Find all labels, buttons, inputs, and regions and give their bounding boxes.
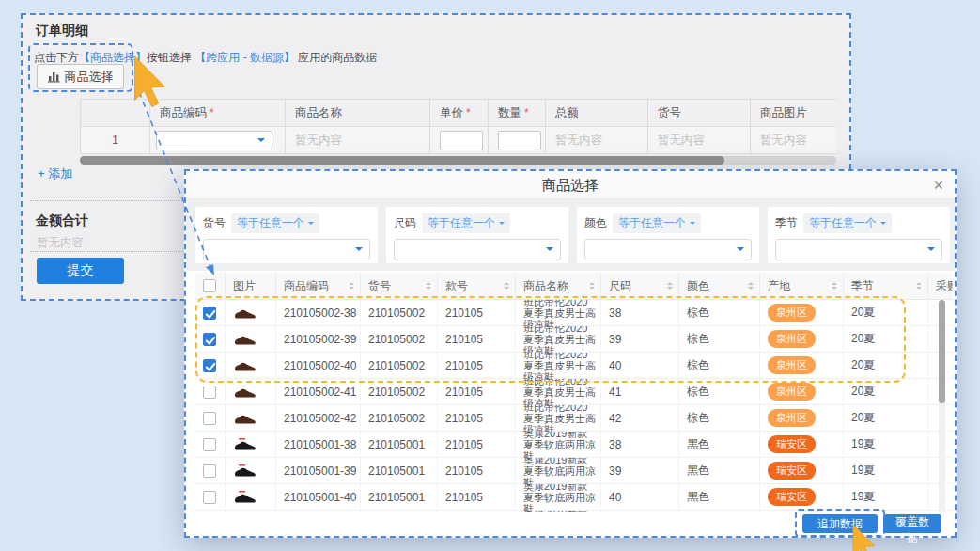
append-data-button[interactable]: 追加数据 — [802, 514, 878, 533]
filter-operator-dropdown[interactable]: 等于任意一个 — [803, 213, 892, 233]
vertical-scrollbar[interactable] — [939, 300, 945, 403]
submit-button[interactable]: 提交 — [37, 258, 124, 284]
sort-icon[interactable] — [504, 282, 509, 290]
filter-operator-dropdown[interactable]: 等于任意一个 — [231, 213, 319, 233]
order-items-table: 商品编码*商品名称单价*数量*总额货号商品图片 1暂无内容暂无内容暂无内容暂无内… — [80, 99, 836, 154]
product-col-header: 采购价 — [928, 273, 953, 300]
sort-icon[interactable] — [832, 282, 837, 290]
cell-text: 210105 — [445, 464, 483, 478]
product-item-no: 210105002 — [361, 379, 438, 405]
cell-text: 20夏 — [851, 331, 875, 347]
shoe-image — [233, 491, 257, 504]
hint-link-product-select: 【商品选择】 — [79, 51, 147, 64]
product-col-header: 尺码 — [601, 273, 679, 300]
row-checkbox[interactable] — [203, 359, 216, 372]
row-checkbox[interactable] — [203, 412, 216, 425]
sort-icon[interactable] — [667, 282, 673, 290]
product-col-header: 商品编码 — [276, 273, 361, 300]
cell-text: 39 — [609, 333, 621, 346]
filter-label: 季节 — [775, 215, 798, 231]
shoe-image — [233, 307, 257, 320]
row-checkbox[interactable] — [203, 386, 216, 399]
cell-text: 210105002 — [368, 412, 425, 425]
col-label: 颜色 — [687, 278, 709, 294]
row-checkbox[interactable] — [203, 491, 216, 504]
form-cell — [429, 127, 489, 154]
cell-text: 41 — [609, 386, 621, 399]
product-season: 20夏 — [844, 405, 928, 432]
sort-icon[interactable] — [589, 282, 595, 290]
product-row[interactable]: 210105001-38210105001210105奥康2019新款夏季软底两… — [195, 432, 953, 458]
filter-value-select[interactable] — [775, 239, 942, 260]
form-col-header: 商品图片 — [750, 99, 836, 127]
col-label: 尺码 — [609, 278, 631, 294]
filter-value-select[interactable] — [584, 239, 752, 260]
sort-icon[interactable] — [349, 282, 354, 290]
cell-text: 20夏 — [851, 357, 875, 373]
cell-text: 40 — [609, 359, 621, 372]
product-size: 38 — [601, 432, 679, 458]
sort-icon[interactable] — [748, 282, 754, 290]
product-col-header: 商品名称 — [516, 273, 601, 300]
origin-badge: 泉州区 — [768, 383, 816, 401]
product-style-no: 210105 — [438, 484, 516, 511]
product-code-select[interactable] — [156, 131, 272, 150]
cell-text: 210105 — [445, 359, 483, 372]
col-label: 单价 — [440, 105, 463, 121]
filter-value-select[interactable] — [203, 239, 370, 260]
unit-price-input[interactable] — [440, 131, 483, 150]
product-select-button[interactable]: 商品选择 — [37, 64, 124, 89]
empty-placeholder: 暂无内容 — [295, 133, 342, 149]
cell-text: 210105002-42 — [284, 412, 356, 425]
horizontal-scrollbar-thumb[interactable] — [80, 156, 724, 165]
filter-operator-label: 等于任意一个 — [809, 215, 877, 231]
filter-value-select[interactable] — [394, 239, 561, 260]
product-row[interactable]: 210105001-39210105001210105奥康2019新款夏季软底两… — [195, 458, 953, 484]
product-row[interactable]: 210105002-38210105002210105班比帝伦2020夏季真皮男… — [195, 300, 953, 326]
row-checkbox-cell — [195, 405, 226, 432]
cell-text: 38 — [609, 438, 621, 451]
select-all-checkbox[interactable] — [203, 279, 216, 292]
overwrite-data-button[interactable]: 覆盖数据 — [883, 514, 941, 533]
horizontal-scrollbar[interactable] — [80, 156, 836, 165]
page-canvas: 订单明细 点击下方【商品选择】按钮选择 【跨应用 - 数据源】 应用的商品数据 … — [0, 0, 980, 551]
row-checkbox[interactable] — [203, 307, 216, 320]
row-checkbox-cell — [195, 326, 226, 353]
product-row[interactable]: 210105002-42210105002210105班比帝伦2020夏季真皮男… — [195, 405, 953, 432]
row-checkbox[interactable] — [203, 438, 216, 451]
col-label: 总额 — [555, 105, 579, 121]
product-size: 42 — [601, 405, 679, 432]
product-row[interactable]: 210105002-41210105002210105班比帝伦2020夏季真皮男… — [195, 379, 953, 405]
product-row[interactable]: 210105002-39210105002210105班比帝伦2020夏季真皮男… — [195, 326, 953, 353]
origin-badge: 泉州区 — [768, 304, 816, 322]
form-cell — [149, 127, 286, 154]
product-origin: 泉州区 — [760, 405, 844, 432]
filter-operator-label: 等于任意一个 — [237, 215, 304, 231]
quantity-input[interactable] — [498, 131, 541, 150]
cell-text: 210105001 — [368, 464, 425, 478]
filter-operator-dropdown[interactable]: 等于任意一个 — [422, 213, 510, 233]
filter-bar: 货号等于任意一个尺码等于任意一个颜色等于任意一个季节等于任意一个 — [186, 199, 955, 271]
product-code: 210105002-40 — [276, 353, 361, 379]
close-icon[interactable]: × — [933, 174, 943, 197]
product-row[interactable]: 210105002-40210105002210105班比帝伦2020夏季真皮男… — [195, 353, 953, 379]
product-name: 班比帝伦2020夏季真皮男士高级凉鞋 — [516, 326, 601, 353]
product-color: 棕色 — [679, 379, 760, 405]
cell-text: 39 — [609, 464, 621, 478]
product-size: 39 — [601, 458, 679, 484]
product-size: 41 — [601, 379, 679, 405]
filter-label: 货号 — [203, 215, 226, 231]
sort-icon[interactable] — [916, 282, 922, 290]
product-item-no: 210105002 — [361, 300, 438, 326]
product-row[interactable]: 210105001-40210105001210105奥康2019新款夏季软底两… — [195, 484, 953, 511]
cell-text: 210105 — [445, 438, 483, 451]
cell-text: 210105001-38 — [284, 438, 356, 451]
sort-icon[interactable] — [426, 282, 431, 290]
col-label: 图片 — [233, 278, 256, 294]
empty-placeholder: 暂无内容 — [760, 133, 807, 149]
filter-operator-dropdown[interactable]: 等于任意一个 — [613, 213, 701, 233]
modal-title: 商品选择 — [186, 171, 955, 199]
add-row-link[interactable]: + 添加 — [38, 165, 72, 182]
row-checkbox[interactable] — [203, 333, 216, 346]
row-checkbox[interactable] — [203, 464, 216, 478]
